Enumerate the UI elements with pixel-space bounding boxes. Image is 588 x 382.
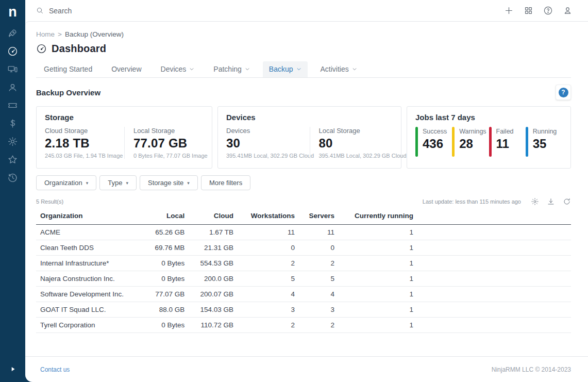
table-row[interactable]: Clean Teeth DDS 69.76 MB 21.31 GB 0 0 1 (36, 240, 571, 256)
table-row[interactable]: Internal Infrastructure* 0 Bytes 554.53 … (36, 256, 571, 271)
cell-filler (417, 225, 571, 240)
cell-workstations: 2 (238, 318, 299, 333)
section-header: Backup Overview ? (36, 85, 571, 100)
filter-button[interactable]: Storage site ▾ (140, 175, 198, 190)
breadcrumb-home[interactable]: Home (36, 30, 55, 38)
user-icon[interactable] (563, 6, 573, 15)
table-row[interactable]: ACME 65.26 GB 1.67 TB 11 11 1 (36, 225, 571, 240)
last-update-text: Last update: less than 115 minutes ago (423, 198, 521, 205)
cell-filler (417, 240, 571, 256)
ticket-icon[interactable] (7, 99, 19, 111)
cell-currently-running: 1 (339, 256, 417, 271)
apps-grid-icon[interactable] (524, 6, 533, 15)
end-users-icon[interactable] (7, 81, 19, 93)
cell-organization: Internal Infrastructure* (36, 256, 144, 271)
cell-workstations: 4 (238, 287, 299, 302)
copyright-text: NinjaRMM LLC © 2014-2023 (492, 366, 571, 373)
plus-icon[interactable] (504, 6, 514, 15)
main-area: Home > Backup (Overview) Dashboard Getti… (25, 0, 588, 382)
page-title: Dashboard (52, 43, 106, 55)
cell-currently-running: 1 (339, 318, 417, 333)
table-row[interactable]: GOAT IT Squad LLC. 88.0 GB 154.03 GB 3 3… (36, 302, 571, 318)
job-stat: Success 436 (415, 127, 452, 157)
cell-servers: 4 (299, 287, 339, 302)
cell-organization: Software Development Inc. (36, 287, 144, 302)
star-icon[interactable] (7, 154, 19, 165)
breadcrumb-separator: > (58, 30, 62, 38)
cell-organization: Tyrell Corporation (36, 318, 144, 333)
history-icon[interactable] (7, 172, 19, 183)
cell-cloud: 154.03 GB (189, 302, 238, 318)
cell-cloud: 200.07 GB (189, 287, 238, 302)
chevron-down-icon (352, 67, 357, 72)
cell-servers: 3 (299, 302, 339, 318)
download-icon[interactable] (547, 197, 555, 206)
job-stat: Running 35 (526, 127, 562, 157)
caret-down-icon: ▾ (187, 180, 190, 186)
col-currently-running[interactable]: Currently running (339, 208, 417, 225)
filter-button[interactable]: More filters ▾ (201, 175, 250, 190)
help-circle-icon[interactable] (543, 6, 553, 15)
panel-corner-decor (25, 375, 32, 382)
cell-servers: 0 (299, 240, 339, 256)
dollar-billing-icon[interactable] (7, 118, 19, 129)
cell-local: 88.0 GB (144, 302, 189, 318)
tab[interactable]: Devices (155, 61, 201, 77)
search-input[interactable] (49, 7, 204, 15)
rocket-icon[interactable] (7, 27, 19, 39)
caret-down-icon: ▾ (86, 180, 89, 186)
col-servers[interactable]: Servers (299, 208, 339, 225)
gauge-dashboard-icon[interactable] (7, 45, 19, 57)
tab[interactable]: Backup (263, 61, 308, 77)
filter-button[interactable]: Type ▾ (99, 175, 137, 190)
sidebar-expand-arrow-icon[interactable] (0, 366, 25, 373)
devices-metric: Devices 30 395.41MB Local, 302.29 GB Clo… (226, 127, 310, 159)
ninja-logo[interactable]: n (8, 3, 17, 21)
chevron-down-icon (189, 67, 194, 72)
table-row[interactable]: Tyrell Corporation 0 Bytes 110.72 GB 2 2… (36, 318, 571, 333)
tab[interactable]: Activities (314, 61, 363, 77)
devices-icon[interactable] (7, 63, 19, 75)
card-title: Devices (226, 113, 393, 122)
cell-workstations: 5 (238, 271, 299, 287)
gear-icon[interactable] (7, 136, 19, 147)
cell-filler (417, 256, 571, 271)
global-search (36, 7, 504, 15)
cell-filler (417, 271, 571, 287)
table-settings-gear-icon[interactable] (531, 197, 539, 206)
cell-servers: 2 (299, 318, 339, 333)
tab[interactable]: Overview (105, 61, 147, 77)
topbar (25, 0, 588, 21)
col-local[interactable]: Local (144, 208, 189, 225)
cell-currently-running: 1 (339, 302, 417, 318)
section-help-button[interactable]: ? (556, 85, 571, 100)
cell-local: 0 Bytes (144, 271, 189, 287)
job-stat: Failed 11 (489, 127, 526, 157)
refresh-icon[interactable] (563, 197, 571, 206)
sidebar-nav (7, 27, 19, 183)
breadcrumb-current: Backup (Overview) (65, 30, 124, 38)
col-organization[interactable]: Organization (36, 208, 144, 225)
table-header-row: Organization Local Cloud Workstations Se… (36, 208, 571, 225)
content-panel: Home > Backup (Overview) Dashboard Getti… (25, 21, 588, 382)
devices-card: Devices Devices 30 395.41MB Local, 302.2… (217, 106, 401, 169)
storage-card: Storage Cloud Storage 2.18 TB 245.03 GB … (36, 106, 212, 169)
results-count: 5 Result(s) (36, 198, 63, 205)
table-row[interactable]: Najera Construction Inc. 0 Bytes 200.0 G… (36, 271, 571, 287)
cell-filler (417, 302, 571, 318)
footer: Contact us NinjaRMM LLC © 2014-2023 (25, 356, 588, 382)
col-cloud[interactable]: Cloud (189, 208, 238, 225)
gauge-title-icon (36, 43, 47, 54)
filter-button[interactable]: Organization ▾ (36, 175, 96, 190)
chevron-down-icon (245, 67, 250, 72)
cell-organization: Najera Construction Inc. (36, 271, 144, 287)
tab[interactable]: Patching (207, 61, 256, 77)
col-workstations[interactable]: Workstations (238, 208, 299, 225)
cell-organization: Clean Teeth DDS (36, 240, 144, 256)
cell-servers: 5 (299, 271, 339, 287)
contact-us-link[interactable]: Contact us (40, 366, 70, 373)
cell-workstations: 11 (238, 225, 299, 240)
cell-organization: ACME (36, 225, 144, 240)
tab[interactable]: Getting Started (38, 61, 98, 77)
table-row[interactable]: Software Development Inc. 77.07 GB 200.0… (36, 287, 571, 302)
